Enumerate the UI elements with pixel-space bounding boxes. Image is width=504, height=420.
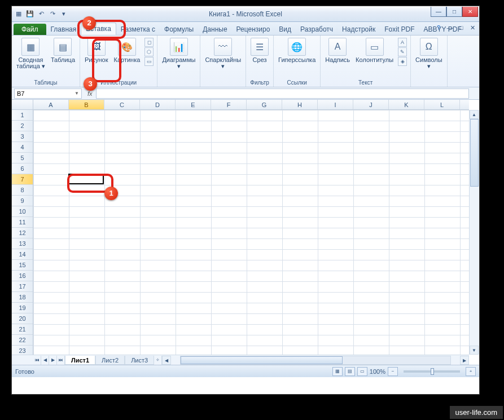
tab-formulas[interactable]: Формулы (160, 24, 198, 35)
sheet-tab-3[interactable]: Лист3 (125, 356, 154, 365)
zoom-out-button[interactable]: − (388, 367, 398, 376)
sheet-nav-first-icon[interactable]: ⏮ (33, 356, 41, 365)
formula-bar[interactable] (96, 89, 469, 99)
row-header-6[interactable]: 6 (12, 163, 33, 174)
sigline-icon[interactable]: ✎ (398, 47, 407, 56)
row-header-16[interactable]: 16 (12, 271, 33, 281)
tab-review[interactable]: Рецензиро (232, 24, 275, 35)
row-header-22[interactable]: 22 (12, 335, 33, 346)
fx-icon[interactable]: fx (87, 90, 93, 97)
tab-foxit[interactable]: Foxit PDF (380, 24, 419, 35)
col-header-A[interactable]: A (33, 100, 69, 109)
view-pagelayout-icon[interactable]: ▤ (345, 367, 355, 376)
help-icon[interactable]: ? (434, 23, 443, 32)
doc-min-icon[interactable]: — (445, 23, 454, 32)
table-button[interactable]: ▤ Таблица (49, 37, 77, 64)
scroll-down-icon[interactable]: ▼ (470, 346, 479, 355)
col-header-I[interactable]: I (318, 100, 353, 109)
select-all-corner[interactable] (12, 100, 33, 110)
pivot-table-button[interactable]: ▦ Сводная таблица ▾ (14, 37, 47, 70)
sheet-nav-last-icon[interactable]: ⏭ (57, 356, 65, 365)
col-header-D[interactable]: D (140, 100, 176, 109)
tab-home[interactable]: Главная (46, 24, 81, 35)
minimize-ribbon-icon[interactable]: ˏ (423, 23, 432, 32)
hscroll-track[interactable] (180, 356, 451, 365)
zoom-thumb[interactable] (431, 368, 434, 375)
undo-icon[interactable]: ↶ (37, 10, 46, 19)
row-header-2[interactable]: 2 (12, 121, 33, 131)
redo-icon[interactable]: ↷ (48, 10, 57, 19)
row-header-7[interactable]: 7 (12, 174, 33, 185)
doc-close-icon[interactable]: ✕ (468, 23, 477, 32)
selected-cell[interactable] (68, 174, 104, 184)
col-header-G[interactable]: G (247, 100, 282, 109)
tab-view[interactable]: Вид (274, 24, 296, 35)
col-header-L[interactable]: L (424, 100, 460, 109)
save-icon[interactable]: 💾 (25, 10, 34, 19)
tab-data[interactable]: Данные (198, 24, 231, 35)
col-header-E[interactable]: E (176, 100, 211, 109)
row-header-5[interactable]: 5 (12, 153, 33, 163)
row-header-18[interactable]: 18 (12, 292, 33, 303)
wordart-icon[interactable]: A (398, 38, 407, 47)
picture-button[interactable]: 🖼 Рисунок (82, 37, 111, 64)
row-header-11[interactable]: 11 (12, 217, 33, 228)
excel-icon[interactable]: ▦ (14, 10, 23, 19)
sheet-nav-next-icon[interactable]: ▶ (49, 356, 57, 365)
row-header-9[interactable]: 9 (12, 196, 33, 206)
scroll-left-icon[interactable]: ◀ (162, 356, 171, 365)
smartart-icon[interactable]: ⬡ (144, 47, 154, 56)
row-header-4[interactable]: 4 (12, 142, 33, 153)
zoom-slider[interactable] (404, 370, 460, 373)
maximize-button[interactable]: □ (446, 7, 462, 17)
col-header-B[interactable]: B (69, 100, 104, 109)
row-header-8[interactable]: 8 (12, 185, 33, 196)
textbox-button[interactable]: A Надпись (323, 37, 352, 64)
col-header-C[interactable]: C (104, 100, 140, 109)
sparklines-button[interactable]: 〰 Спарклайны▾ (203, 37, 243, 70)
headerfooter-button[interactable]: ▭ Колонтитулы (353, 37, 396, 64)
scroll-up-icon[interactable]: ▲ (470, 110, 479, 119)
row-header-19[interactable]: 19 (12, 303, 33, 313)
namebox-dropdown-icon[interactable]: ▼ (74, 91, 79, 96)
row-header-21[interactable]: 21 (12, 324, 33, 335)
row-header-17[interactable]: 17 (12, 281, 33, 292)
scroll-right-icon[interactable]: ▶ (460, 356, 469, 365)
row-header-12[interactable]: 12 (12, 228, 33, 238)
tab-developer[interactable]: Разработч (296, 24, 338, 35)
qat-dropdown-icon[interactable]: ▾ (59, 10, 68, 19)
shapes-icon[interactable]: ◻ (144, 38, 154, 47)
sheet-tab-1[interactable]: Лист1 (65, 356, 95, 365)
tab-addins[interactable]: Надстройк (338, 24, 380, 35)
view-pagebreak-icon[interactable]: ▭ (357, 367, 367, 376)
hscroll-thumb[interactable] (181, 356, 343, 364)
vertical-scrollbar[interactable]: ▲ ▼ (469, 110, 479, 355)
tab-pagelayout[interactable]: Разметка с (116, 24, 160, 35)
slicer-button[interactable]: ☰ Срез (248, 37, 271, 64)
zoom-in-button[interactable]: + (466, 367, 476, 376)
clipart-button[interactable]: 🎨 Картинка (112, 37, 143, 64)
row-header-15[interactable]: 15 (12, 260, 33, 271)
name-box[interactable]: B7 ▼ (14, 89, 82, 99)
object-icon[interactable]: ◈ (398, 57, 407, 66)
col-header-J[interactable]: J (353, 100, 389, 109)
new-sheet-icon[interactable]: ✧ (154, 356, 162, 365)
minimize-button[interactable]: — (431, 7, 446, 17)
row-header-14[interactable]: 14 (12, 249, 33, 260)
doc-max-icon[interactable]: □ (457, 23, 466, 32)
row-header-3[interactable]: 3 (12, 131, 33, 142)
row-header-20[interactable]: 20 (12, 313, 33, 324)
close-button[interactable]: ✕ (462, 7, 478, 17)
view-normal-icon[interactable]: ▦ (332, 367, 343, 376)
vscroll-thumb[interactable] (470, 119, 479, 187)
sheet-tab-2[interactable]: Лист2 (95, 356, 125, 365)
cells-area[interactable] (33, 110, 469, 355)
row-header-13[interactable]: 13 (12, 238, 33, 249)
sheet-nav-prev-icon[interactable]: ◀ (41, 356, 49, 365)
row-header-10[interactable]: 10 (12, 206, 33, 217)
col-header-F[interactable]: F (211, 100, 247, 109)
row-header-1[interactable]: 1 (12, 110, 33, 121)
hyperlink-button[interactable]: 🌐 Гиперссылка (276, 37, 318, 64)
col-header-H[interactable]: H (282, 100, 318, 109)
file-tab[interactable]: Файл (14, 24, 46, 35)
